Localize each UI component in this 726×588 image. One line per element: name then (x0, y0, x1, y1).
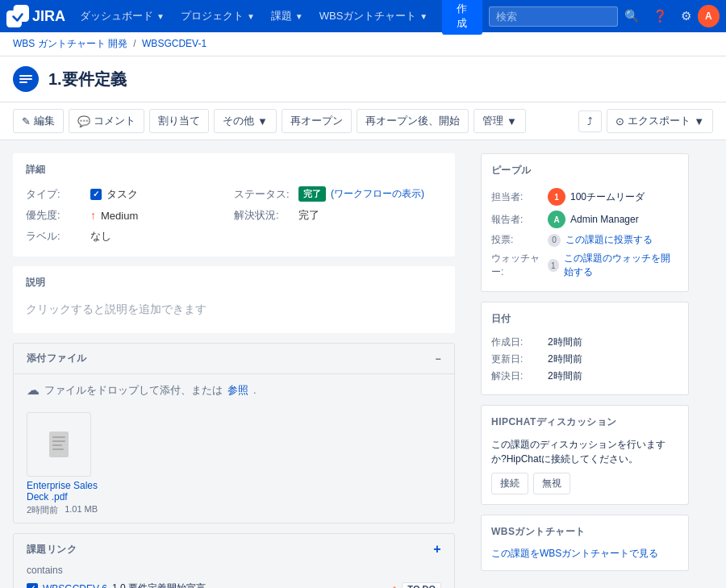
reopen-start-button[interactable]: 再オープン後、開始 (357, 109, 469, 133)
add-link-button[interactable]: + (433, 542, 441, 557)
chevron-down-icon: ▼ (694, 115, 704, 127)
attachments-title: 添付ファイル (27, 352, 87, 365)
nav-project[interactable]: プロジェクト ▼ (173, 0, 263, 32)
watcher-label: ウォッチャー: (491, 252, 548, 279)
dates-title: 日付 (491, 312, 678, 326)
link-checkbox-icon: ✓ (27, 583, 38, 589)
edit-button[interactable]: ✎ 編集 (13, 109, 64, 133)
export-icon: ⊙ (615, 115, 624, 127)
chevron-down-icon: ▼ (295, 12, 303, 21)
description-placeholder[interactable]: クリックすると説明を追加できます (26, 296, 442, 323)
search-icon[interactable]: 🔍 (618, 0, 646, 32)
vote-label: 投票: (491, 233, 548, 247)
updated-value: 2時間前 (548, 352, 582, 366)
created-value: 2時間前 (548, 336, 582, 349)
nav-dashboard[interactable]: ダッシュボード ▼ (72, 0, 173, 32)
brand-logo[interactable]: JIRA (6, 5, 65, 27)
file-attachment: Enterprise Sales Deck .pdf 2時間前 1.01 MB (27, 412, 99, 516)
resolved-label: 解決日: (491, 369, 548, 383)
resolved-row: 解決日: 2時間前 (491, 368, 678, 385)
status-badge: TO DO (402, 582, 441, 589)
other-button[interactable]: その他 ▼ (214, 109, 277, 133)
resolution-value: 完了 (298, 208, 319, 223)
reopen-button[interactable]: 再オープン (282, 109, 352, 133)
comment-icon: 💬 (77, 115, 90, 127)
ignore-button[interactable]: 無視 (533, 473, 570, 494)
priority-icon: ↑ (90, 209, 96, 222)
attachment-drop-area[interactable]: ☁ ファイルをドロップして添付、または 参照 . (14, 373, 454, 406)
nav-wbs[interactable]: WBSガントチャート ▼ (311, 0, 436, 32)
type-label: タイプ: (26, 187, 90, 202)
assign-button[interactable]: 割り当て (149, 109, 209, 133)
chevron-down-icon: ▼ (247, 12, 255, 21)
edit-icon: ✎ (22, 115, 31, 127)
link-group: contains ✓ WBSGCDEV-6 1.0.要件定義開始宣言 ↑ TO … (14, 565, 454, 588)
label-value: なし (90, 229, 111, 244)
page-header: 1.要件定義 (0, 56, 726, 102)
share-button[interactable]: ⤴ (578, 111, 602, 132)
file-name[interactable]: Enterprise Sales Deck .pdf (27, 480, 99, 503)
task-checkbox-icon: ✓ (90, 189, 102, 200)
avatar[interactable]: A (698, 5, 720, 27)
link-type-label: contains (27, 565, 441, 576)
chevron-down-icon: ▼ (257, 115, 268, 127)
breadcrumb: WBS ガントチャート 開発 / WBSGCDEV-1 (0, 32, 726, 56)
create-button[interactable]: 作成 (442, 0, 482, 35)
nav-issues[interactable]: 課題 ▼ (263, 0, 311, 32)
svg-rect-6 (52, 444, 62, 446)
status-label: ステータス: (234, 187, 298, 202)
collapse-icon[interactable]: − (436, 353, 442, 365)
export-button[interactable]: ⊙ エクスポート ▼ (607, 109, 713, 133)
label-label: ラベル: (26, 229, 90, 244)
svg-rect-4 (52, 436, 65, 438)
details-section: 詳細 タイプ: ✓ タスク ステータス: 完了 (ワークフローの表示) (13, 153, 455, 256)
assignee-avatar: 1 (548, 188, 565, 206)
assignee-label: 担当者: (491, 190, 548, 204)
navbar: JIRA ダッシュボード ▼ プロジェクト ▼ 課題 ▼ WBSガントチャート … (0, 0, 726, 32)
breadcrumb-project[interactable]: WBS ガントチャート 開発 (13, 38, 127, 49)
details-title: 詳細 (13, 153, 455, 183)
wbs-gantt-link[interactable]: この課題をWBSガントチャートで見る (491, 548, 658, 559)
vote-count: 0 (548, 234, 561, 247)
main-content: 詳細 タイプ: ✓ タスク ステータス: 完了 (ワークフローの表示) (0, 140, 468, 588)
table-row: ✓ WBSGCDEV-6 1.0.要件定義開始宣言 ↑ TO DO (27, 579, 441, 588)
issue-links-section: 課題リンク + contains ✓ WBSGCDEV-6 1.0.要件定義開始… (13, 533, 455, 588)
reporter-row: 報告者: A Admin Manager (491, 208, 678, 231)
description-title: 説明 (13, 266, 455, 296)
svg-rect-0 (19, 75, 32, 77)
vote-link[interactable]: この課題に投票する (565, 233, 653, 247)
help-icon[interactable]: ❓ (646, 0, 674, 32)
sidebar: ピープル 担当者: 1 100チームリーダ 報告者: A Admin Manag… (468, 140, 702, 588)
reporter-avatar: A (548, 211, 565, 228)
drop-text: ファイルをドロップして添付、または (44, 383, 223, 398)
file-size: 1.01 MB (65, 504, 98, 516)
svg-rect-5 (52, 440, 65, 442)
svg-rect-1 (19, 78, 32, 80)
breadcrumb-issue[interactable]: WBSGCDEV-1 (142, 38, 207, 49)
connect-button[interactable]: 接続 (491, 473, 528, 494)
upload-icon: ☁ (27, 382, 40, 398)
dates-panel: 日付 作成日: 2時間前 更新日: 2時間前 解決日: 2時間前 (481, 302, 689, 395)
svg-rect-7 (52, 448, 64, 450)
settings-icon[interactable]: ⚙ (674, 0, 698, 32)
watcher-count: 1 (548, 259, 559, 272)
workflow-link[interactable]: (ワークフローの表示) (331, 187, 424, 201)
link-id[interactable]: WBSGCDEV-6 (43, 583, 107, 589)
assignee-name: 100チームリーダ (570, 190, 645, 204)
people-panel: ピープル 担当者: 1 100チームリーダ 報告者: A Admin Manag… (481, 153, 689, 292)
label-row: ラベル: なし (26, 226, 442, 247)
wbs-gantt-title: WBSガントチャート (491, 525, 678, 539)
watcher-link[interactable]: この課題のウォッチを開始する (564, 252, 678, 279)
priority-row: 優先度: ↑ Medium 解決状況: 完了 (26, 205, 442, 226)
drop-period: . (253, 384, 257, 396)
browse-link[interactable]: 参照 (227, 383, 248, 398)
created-label: 作成日: (491, 336, 548, 349)
priority-label: 優先度: (26, 208, 90, 223)
comment-button[interactable]: 💬 コメント (69, 109, 144, 133)
toolbar: ✎ 編集 💬 コメント 割り当て その他 ▼ 再オープン 再オープン後、開始 管… (0, 102, 726, 140)
created-row: 作成日: 2時間前 (491, 334, 678, 351)
links-title: 課題リンク (27, 543, 77, 557)
search-input[interactable] (489, 6, 618, 27)
type-row: タイプ: ✓ タスク ステータス: 完了 (ワークフローの表示) (26, 183, 442, 205)
manage-button[interactable]: 管理 ▼ (474, 109, 526, 133)
